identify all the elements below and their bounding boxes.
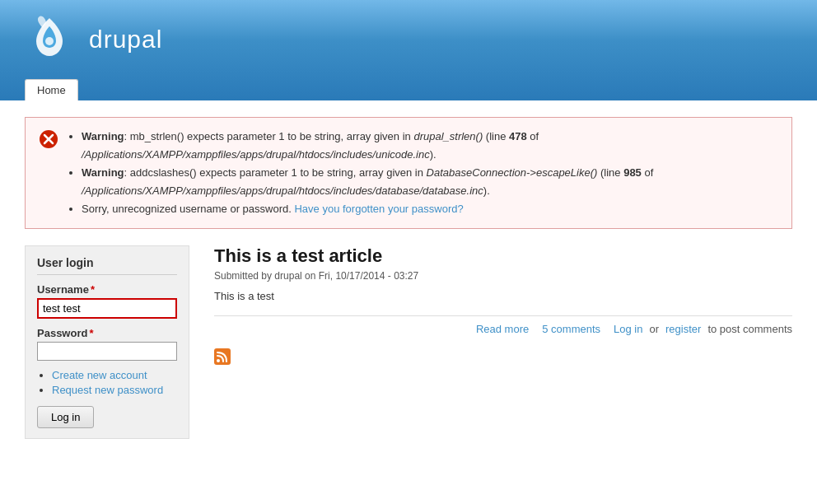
required-star-pw: * [89, 327, 93, 339]
sidebar: User login Username* Password* Create ne… [25, 245, 189, 439]
login-link[interactable]: Log in [614, 323, 642, 335]
main-content: This is a test article Submitted by drup… [214, 245, 792, 439]
user-login-block: User login Username* Password* Create ne… [25, 245, 189, 439]
rss-icon[interactable] [214, 348, 231, 365]
login-button[interactable]: Log in [37, 406, 94, 428]
tab-home[interactable]: Home [25, 79, 78, 100]
rss-area [214, 348, 792, 367]
error-icon [39, 129, 58, 149]
password-input[interactable] [37, 342, 177, 361]
sidebar-links: Create new account Request new password [37, 369, 177, 396]
request-password-link[interactable]: Request new password [52, 384, 163, 396]
user-login-title: User login [37, 256, 177, 275]
article-title: This is a test article [214, 245, 792, 267]
error-message-2: Warning: addcslashes() expects parameter… [82, 164, 778, 200]
error-content: Warning: mb_strlen() expects parameter 1… [67, 128, 778, 218]
content-wrapper: User login Username* Password* Create ne… [25, 245, 792, 439]
article-body: This is a test [214, 290, 792, 302]
username-label: Username* [37, 283, 177, 296]
register-link[interactable]: register [665, 323, 701, 335]
username-form-item: Username* [37, 283, 177, 319]
password-form-item: Password* [37, 327, 177, 361]
article-footer: Read more 5 comments Log in or register … [214, 315, 792, 335]
svg-point-6 [217, 359, 220, 362]
forgot-password-link[interactable]: Have you forgotten your password? [294, 203, 463, 215]
main-wrapper: Warning: mb_strlen() expects parameter 1… [0, 100, 817, 455]
password-label: Password* [37, 327, 177, 339]
or-text: or [649, 323, 659, 335]
create-account-link[interactable]: Create new account [52, 369, 147, 381]
article-meta: Submitted by drupal on Fri, 10/17/2014 -… [214, 270, 792, 282]
svg-point-1 [45, 37, 54, 45]
error-message-3: Sorry, unrecognized username or password… [82, 200, 778, 218]
error-message-1: Warning: mb_strlen() expects parameter 1… [82, 128, 778, 164]
comments-link[interactable]: 5 comments [542, 323, 600, 335]
read-more-link[interactable]: Read more [476, 323, 529, 335]
site-header: drupal Home [0, 0, 817, 100]
post-comments-text: to post comments [707, 323, 792, 335]
request-password-item: Request new password [52, 384, 177, 396]
drupal-logo-icon [25, 15, 74, 64]
nav-tabs: Home [25, 79, 792, 100]
create-account-item: Create new account [52, 369, 177, 381]
required-star: * [91, 283, 95, 296]
site-title: drupal [89, 26, 162, 54]
error-box: Warning: mb_strlen() expects parameter 1… [25, 117, 792, 229]
username-input[interactable] [37, 298, 177, 319]
